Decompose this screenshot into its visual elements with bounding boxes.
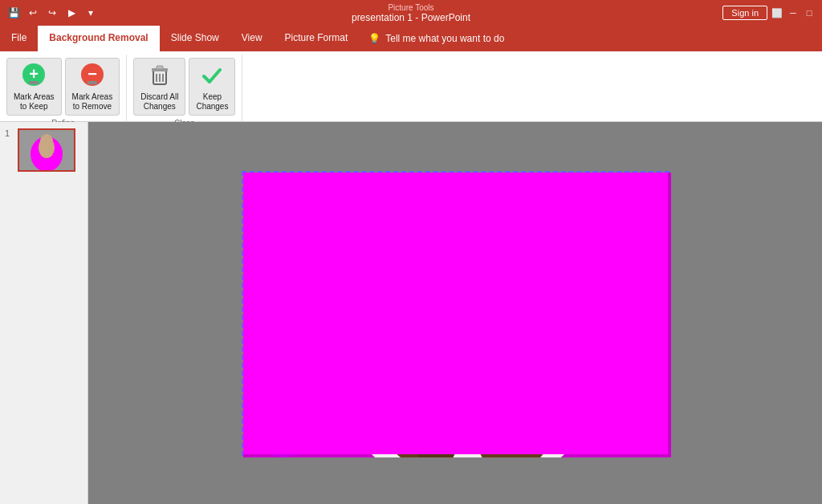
tab-file[interactable]: File xyxy=(0,26,38,51)
slide-number: 1 xyxy=(5,128,14,138)
tell-me-text: Tell me what you want to do xyxy=(385,33,504,44)
tell-me-area[interactable]: 💡 Tell me what you want to do xyxy=(359,26,822,51)
discard-all-changes-button[interactable]: Discard AllChanges xyxy=(133,58,185,116)
svg-text:−: − xyxy=(87,65,97,83)
mark-areas-remove-button[interactable]: − Mark Areasto Remove xyxy=(65,58,120,116)
tools-label: Picture Tools xyxy=(388,3,433,12)
ribbon: + Mark Areasto Keep − Mark Areasto Remov… xyxy=(0,51,822,122)
mark-areas-keep-button[interactable]: + Mark Areasto Keep xyxy=(6,58,62,116)
tab-picture-format[interactable]: Picture Format xyxy=(274,26,360,51)
ribbon-group-refine: + Mark Areasto Keep − Mark Areasto Remov… xyxy=(0,55,127,121)
lightbulb-icon: 💡 xyxy=(368,33,380,44)
tab-background-removal[interactable]: Background Removal xyxy=(38,26,159,51)
save-icon[interactable]: 💾 xyxy=(6,6,21,20)
slide-canvas xyxy=(106,130,804,496)
main-area: 1 xyxy=(0,122,822,504)
mark-remove-label: Mark Areasto Remove xyxy=(72,92,113,112)
minimize-icon[interactable]: ─ xyxy=(787,6,800,19)
discard-icon xyxy=(147,62,173,91)
title-bar-left: 💾 ↩ ↪ ▶ ▾ xyxy=(6,6,98,20)
present-icon[interactable]: ▶ xyxy=(64,6,79,20)
svg-text:+: + xyxy=(29,65,39,83)
restore-window-icon[interactable]: ⬜ xyxy=(771,6,783,19)
close-items: Discard AllChanges KeepChanges xyxy=(133,55,235,116)
mark-remove-icon: − xyxy=(79,62,105,91)
keep-changes-button[interactable]: KeepChanges xyxy=(189,58,235,116)
background-layer xyxy=(243,173,668,454)
slide-panel: 1 xyxy=(0,122,88,504)
app-title: presentation 1 - PowerPoint xyxy=(352,12,470,23)
svg-rect-2 xyxy=(29,81,39,84)
sign-in-button[interactable]: Sign in xyxy=(722,6,767,20)
keep-label: KeepChanges xyxy=(196,92,228,112)
ribbon-group-close: Discard AllChanges KeepChanges Close xyxy=(127,55,242,121)
dropdown-icon[interactable]: ▾ xyxy=(83,6,98,20)
slide-thumb-inner xyxy=(19,130,74,170)
svg-rect-5 xyxy=(87,81,97,84)
svg-point-15 xyxy=(40,134,53,148)
tab-slide-show[interactable]: Slide Show xyxy=(160,26,230,51)
slide-thumb-box[interactable] xyxy=(18,128,75,172)
slide-thumbnail-1[interactable]: 1 xyxy=(5,128,83,172)
tab-view[interactable]: View xyxy=(230,26,274,51)
mark-keep-label: Mark Areasto Keep xyxy=(14,92,55,112)
title-bar-right: Sign in ⬜ ─ □ xyxy=(722,6,816,20)
title-bar: 💾 ↩ ↪ ▶ ▾ Picture Tools presentation 1 -… xyxy=(0,0,822,26)
undo-icon[interactable]: ↩ xyxy=(26,6,40,20)
redo-icon[interactable]: ↪ xyxy=(45,6,59,20)
svg-rect-11 xyxy=(157,66,163,69)
refine-items: + Mark Areasto Keep − Mark Areasto Remov… xyxy=(6,55,120,116)
keep-icon xyxy=(199,62,225,91)
maximize-icon[interactable]: □ xyxy=(803,6,816,19)
mark-keep-icon: + xyxy=(21,62,47,91)
image-container[interactable] xyxy=(242,171,669,456)
discard-label: Discard AllChanges xyxy=(140,92,178,112)
canvas-area xyxy=(88,122,822,504)
